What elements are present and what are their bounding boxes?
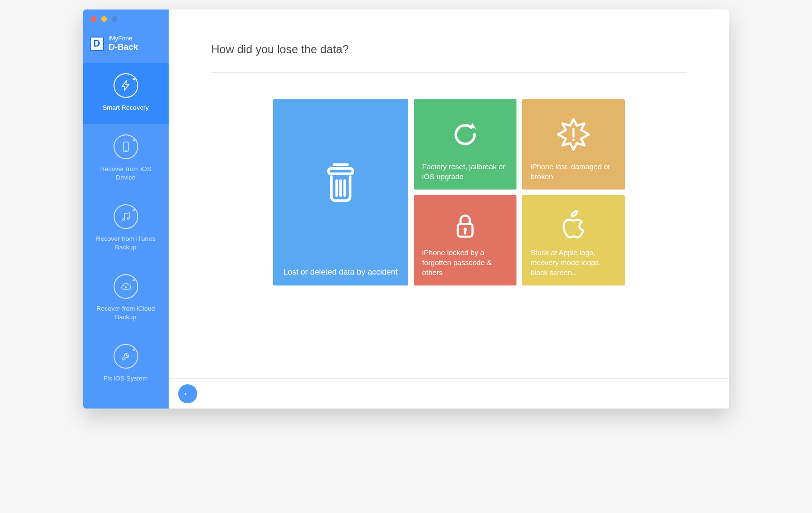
window-controls [83,10,169,27]
brand-logo: D [90,37,104,51]
tile-label: iPhone lost, damaged or broken [531,162,616,182]
svg-rect-5 [328,168,353,173]
tile-accident[interactable]: Lost or deleted data by accident [273,99,408,285]
sidebar-item-recover-ios-device[interactable]: Recover from iOS Device [83,124,169,194]
lightning-icon [114,73,138,98]
cloud-icon [114,274,138,299]
content: How did you lose the data? Lost or [169,10,729,378]
tile-label: iPhone locked by a forgotten passcode & … [422,248,508,278]
tile-locked[interactable]: iPhone locked by a forgotten passcode & … [414,195,516,285]
sidebar-item-smart-recovery[interactable]: Smart Recovery [83,63,169,124]
tiles-grid: Lost or deleted data by accident Factory… [273,99,625,285]
tile-stuck-logo[interactable]: Stuck at Apple logo, recovery mode loops… [522,195,625,285]
arrow-left-icon: ← [183,388,192,399]
svg-point-2 [123,218,124,220]
back-button[interactable]: ← [178,384,197,403]
minimize-window-button[interactable] [101,16,107,22]
brand-line2: D-Back [109,42,138,52]
tile-factory-reset[interactable]: Factory reset, jailbreak or iOS upgrade [414,99,516,190]
sidebar-nav: Smart Recovery Recover from iOS Device R… [83,63,169,395]
sidebar-item-recover-itunes-backup[interactable]: Recover from iTunes Backup [83,194,169,264]
sidebar-item-fix-ios-system[interactable]: Fix iOS System [83,333,169,395]
sidebar-item-label: Smart Recovery [103,104,149,112]
page-title: How did you lose the data? [211,43,687,73]
sidebar-item-recover-icloud-backup[interactable]: Recover from iCloud Backup [83,264,169,333]
wrench-icon [114,344,138,369]
sidebar-item-label: Recover from iCloud Backup [93,304,159,321]
main: How did you lose the data? Lost or [169,10,729,408]
tile-lost-broken[interactable]: iPhone lost, damaged or broken [522,99,625,190]
lock-icon [422,203,508,248]
sidebar: D iMyFone D-Back Smart Recovery Recover … [83,10,169,408]
tile-label: Factory reset, jailbreak or iOS upgrade [422,162,508,182]
close-window-button[interactable] [91,16,96,22]
footer: ← [169,378,729,408]
music-icon [114,204,138,229]
app-window: D iMyFone D-Back Smart Recovery Recover … [83,10,729,408]
restore-icon [422,107,508,162]
tile-label: Stuck at Apple logo, recovery mode loops… [531,248,616,278]
sidebar-item-label: Recover from iTunes Backup [93,235,159,251]
burst-icon [531,107,616,162]
brand-line1: iMyFone [109,35,138,42]
sidebar-item-label: Recover from iOS Device [93,165,159,181]
phone-icon [114,134,138,159]
trash-icon [319,107,362,256]
sidebar-item-label: Fix iOS System [104,374,148,383]
svg-point-3 [127,218,129,219]
zoom-window-button[interactable] [112,16,117,22]
svg-point-10 [572,139,574,141]
tile-label: Lost or deleted data by accident [283,267,398,278]
apple-icon [531,203,616,248]
brand-text: iMyFone D-Back [109,35,138,52]
svg-rect-0 [124,142,128,152]
brand: D iMyFone D-Back [83,27,169,63]
